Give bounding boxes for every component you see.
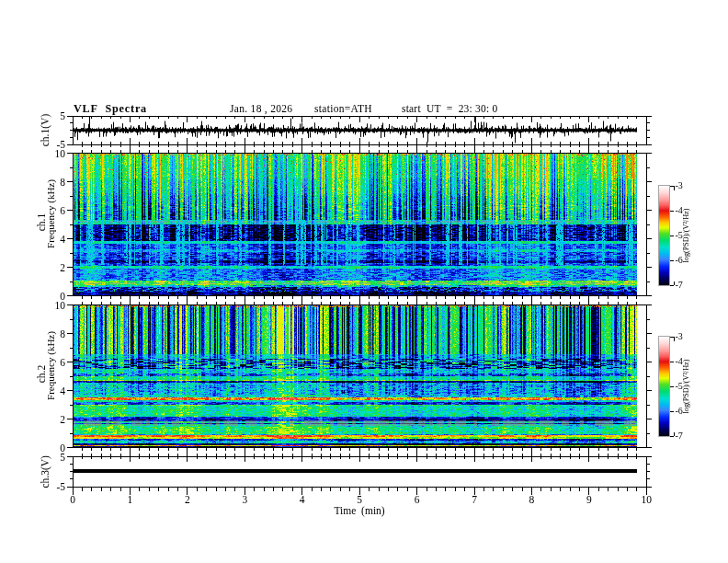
svg-text:2: 2: [185, 494, 190, 505]
svg-text:8: 8: [60, 328, 65, 339]
svg-text:8: 8: [60, 177, 65, 188]
svg-text:3: 3: [242, 494, 247, 505]
svg-text:9: 9: [586, 494, 592, 505]
svg-text:5: 5: [60, 110, 65, 121]
svg-text:-3: -3: [676, 331, 683, 341]
svg-text:5: 5: [357, 494, 362, 505]
svg-text:4: 4: [300, 494, 305, 505]
svg-text:log(PSD)/(V²/Hz): log(PSD)/(V²/Hz): [682, 208, 690, 262]
svg-text:ch.3(V): ch.3(V): [40, 455, 51, 488]
svg-text:0: 0: [70, 494, 75, 505]
svg-text:6: 6: [60, 205, 65, 216]
svg-text:10: 10: [55, 148, 66, 159]
svg-text:6: 6: [415, 494, 420, 505]
svg-text:Time (min): Time (min): [335, 505, 385, 517]
svg-text:Jan. 18 , 2026: Jan. 18 , 2026: [230, 103, 292, 115]
svg-text:start UT = 23: 30: 0: start UT = 23: 30: 0: [402, 103, 497, 114]
svg-text:VLF Spectra: VLF Spectra: [74, 102, 147, 115]
svg-text:7: 7: [472, 494, 477, 505]
svg-text:2: 2: [60, 414, 65, 425]
svg-text:log(PSD)/(V²/Hz): log(PSD)/(V²/Hz): [682, 359, 690, 413]
svg-text:ch.1(V): ch.1(V): [40, 114, 51, 147]
svg-text:4: 4: [60, 234, 65, 245]
svg-text:1: 1: [128, 494, 133, 505]
svg-text:4: 4: [60, 385, 65, 396]
svg-text:Frequency (kHz): Frequency (kHz): [45, 331, 57, 400]
svg-text:Frequency (kHz): Frequency (kHz): [45, 179, 57, 248]
svg-text:-3: -3: [676, 180, 683, 190]
svg-text:-5: -5: [56, 481, 65, 492]
svg-text:6: 6: [60, 357, 65, 368]
svg-text:10: 10: [642, 494, 653, 505]
svg-text:-7: -7: [676, 431, 683, 441]
svg-text:-7: -7: [676, 280, 683, 290]
svg-text:station=ATH: station=ATH: [314, 103, 372, 114]
svg-text:2: 2: [60, 262, 65, 273]
svg-text:8: 8: [529, 494, 535, 505]
svg-text:10: 10: [55, 300, 66, 311]
svg-text:5: 5: [60, 452, 65, 463]
